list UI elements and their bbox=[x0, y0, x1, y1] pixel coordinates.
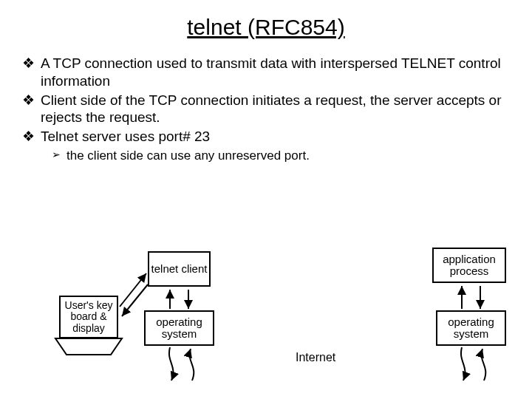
diamond-bullet-icon: ❖ bbox=[22, 55, 35, 72]
bullet-item: ❖ Telnet server uses port# 23 bbox=[22, 128, 510, 146]
bullet-list: ❖ A TCP connection used to transmit data… bbox=[0, 47, 532, 163]
internet-label: Internet bbox=[296, 351, 335, 364]
sub-bullet-item: ➢ the client side can use any unreserved… bbox=[52, 149, 510, 163]
page-title: telnet (RFC854) bbox=[0, 0, 532, 47]
user-box: User's key board & display bbox=[59, 296, 118, 338]
svg-line-0 bbox=[120, 273, 146, 307]
os-right-box: operating system bbox=[436, 310, 506, 346]
bullet-item: ❖ Client side of the TCP connection init… bbox=[22, 92, 510, 127]
app-process-box: application process bbox=[432, 248, 506, 283]
architecture-diagram: User's key board & display telnet client… bbox=[0, 229, 532, 399]
sub-bullet-text: the client side can use any unreserved p… bbox=[66, 149, 310, 163]
telnet-client-box: telnet client bbox=[148, 251, 211, 287]
arrow-bullet-icon: ➢ bbox=[52, 149, 61, 160]
diamond-bullet-icon: ❖ bbox=[22, 92, 35, 109]
diamond-bullet-icon: ❖ bbox=[22, 128, 35, 146]
os-left-box: operating system bbox=[144, 310, 214, 346]
bullet-text: Telnet server uses port# 23 bbox=[41, 128, 210, 146]
bullet-text: A TCP connection used to transmit data w… bbox=[41, 55, 510, 90]
bullet-item: ❖ A TCP connection used to transmit data… bbox=[22, 55, 510, 90]
bullet-text: Client side of the TCP connection initia… bbox=[41, 92, 510, 127]
